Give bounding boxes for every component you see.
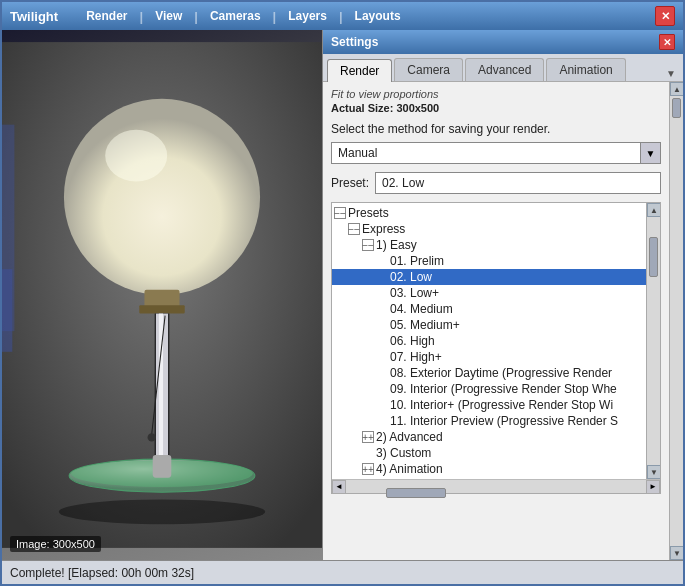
tree-item[interactable]: 08. Exterior Daytime (Progressive Render [332,365,646,381]
preset-value: 02. Low [375,172,661,194]
tree-view-wrapper: − Presets − Express [331,202,661,494]
tree-label-custom: 3) Custom [376,446,431,460]
tree-label-prelim: 01. Prelim [390,254,444,268]
tab-advanced[interactable]: Advanced [465,58,544,81]
tree-item[interactable]: 07. High+ [332,349,646,365]
tree-label-mediumplus: 05. Medium+ [390,318,460,332]
tree-hscroll-left-button[interactable]: ◄ [332,480,346,494]
tree-item[interactable]: − 1) Easy [332,237,646,253]
settings-scroll-up-button[interactable]: ▲ [670,82,683,96]
tree-expand-easy[interactable]: − [362,239,374,251]
tree-label-medium: 04. Medium [390,302,453,316]
svg-point-2 [105,130,167,182]
tree-item[interactable]: 02. Low [332,269,646,285]
menu-view[interactable]: View [147,7,190,26]
preset-row: Preset: 02. Low [331,172,661,194]
title-bar: Twilight Render | View | Cameras | Layer… [2,2,683,30]
svg-point-1 [64,99,260,295]
render-image-label: Image: 300x500 [10,536,101,552]
tree-item[interactable]: 01. Prelim [332,253,646,269]
tab-render[interactable]: Render [327,59,392,82]
tree-item[interactable]: 10. Interior+ (Progressive Render Stop W… [332,397,646,413]
tree-content: − Presets − Express [332,203,646,479]
tree-label-advanced: 2) Advanced [376,430,443,444]
tree-scroll-thumb[interactable] [649,237,658,277]
tree-item[interactable]: 09. Interior (Progressive Render Stop Wh… [332,381,646,397]
content-area: Image: 300x500 Settings ✕ Render Camera … [2,30,683,560]
manual-select-arrow[interactable]: ▼ [641,142,661,164]
svg-rect-16 [2,269,12,352]
fit-to-view-text: Fit to view proportions [331,88,661,100]
settings-title-bar: Settings ✕ [323,30,683,54]
status-bar: Complete! [Elapsed: 00h 00m 32s] [2,560,683,584]
tabs-container: Render Camera Advanced Animation ▼ [323,54,683,82]
tree-item[interactable]: 3) Custom [332,445,646,461]
tree-item[interactable]: 03. Low+ [332,285,646,301]
settings-scroll-thumb[interactable] [672,98,681,118]
menu-bar: Render | View | Cameras | Layers | Layou… [78,7,651,26]
tree-scroll-track [647,279,660,465]
tree-item[interactable]: 04. Medium [332,301,646,317]
svg-point-10 [148,433,156,441]
lamp-scene-svg [2,30,322,560]
tree-label-interiorpreview: 11. Interior Preview (Progressive Render… [390,414,618,428]
tab-camera[interactable]: Camera [394,58,463,81]
tree-expand-animation[interactable]: + [362,463,374,475]
tree-item[interactable]: + 2) Advanced [332,429,646,445]
menu-layers[interactable]: Layers [280,7,335,26]
tree-item[interactable]: 11. Interior Preview (Progressive Render… [332,413,646,429]
render-view: Image: 300x500 [2,30,322,560]
settings-close-button[interactable]: ✕ [659,34,675,50]
svg-point-14 [59,499,265,524]
tree-label-interior: 09. Interior (Progressive Render Stop Wh… [390,382,617,396]
tree-item[interactable]: − Express [332,221,646,237]
tree-label-express: Express [362,222,405,236]
settings-right-scrollbar: ▲ ▼ [669,82,683,560]
manual-select[interactable]: Manual [331,142,641,164]
tree-label-presets: Presets [348,206,389,220]
tree-label-highplus: 07. High+ [390,350,442,364]
render-panel: Image: 300x500 [2,30,322,560]
manual-dropdown-container: Manual ▼ [331,142,661,164]
settings-title: Settings [331,35,378,49]
status-text: Complete! [Elapsed: 00h 00m 32s] [10,566,194,580]
tree-label-animation: 4) Animation [376,462,443,476]
tree-hscroll-right-button[interactable]: ► [646,480,660,494]
settings-panel: Settings ✕ Render Camera Advanced Animat… [322,30,683,560]
window-close-button[interactable]: ✕ [655,6,675,26]
tree-label-easy: 1) Easy [376,238,417,252]
tree-inner: − Presets − Express [332,203,660,479]
tree-expand-advanced[interactable]: + [362,431,374,443]
tab-animation[interactable]: Animation [546,58,625,81]
preset-label: Preset: [331,176,369,190]
actual-size-text: Actual Size: 300x500 [331,102,661,114]
menu-render[interactable]: Render [78,7,135,26]
app-title: Twilight [10,9,58,24]
tree-item[interactable]: + 4) Animation [332,461,646,477]
tree-scroll-up-button[interactable]: ▲ [647,203,660,217]
tree-label-lowplus: 03. Low+ [390,286,439,300]
tab-dropdown-icon[interactable]: ▼ [663,65,679,81]
settings-scroll-area: Fit to view proportions Actual Size: 300… [323,82,683,560]
tree-item[interactable]: 05. Medium+ [332,317,646,333]
tree-item[interactable]: 06. High [332,333,646,349]
settings-content: Fit to view proportions Actual Size: 300… [323,82,683,560]
settings-main: Fit to view proportions Actual Size: 300… [323,82,669,560]
tree-item[interactable]: − Presets [332,205,646,221]
tree-expand-express[interactable]: − [348,223,360,235]
svg-rect-4 [139,305,184,313]
tree-label-high: 06. High [390,334,435,348]
tree-hscrollbar: ◄ ► [332,479,660,493]
settings-scroll-down-button[interactable]: ▼ [670,546,683,560]
tree-scrollbar[interactable]: ▲ ▼ [646,203,660,479]
menu-layouts[interactable]: Layouts [347,7,409,26]
tree-label-exterior: 08. Exterior Daytime (Progressive Render [390,366,612,380]
svg-rect-13 [153,455,172,478]
tree-hscroll-thumb[interactable] [386,488,446,498]
tree-label-low: 02. Low [390,270,432,284]
tree-expand-presets[interactable]: − [334,207,346,219]
menu-cameras[interactable]: Cameras [202,7,269,26]
save-method-label: Select the method for saving your render… [331,122,661,136]
main-window: Twilight Render | View | Cameras | Layer… [0,0,685,586]
tree-scroll-down-button[interactable]: ▼ [647,465,660,479]
